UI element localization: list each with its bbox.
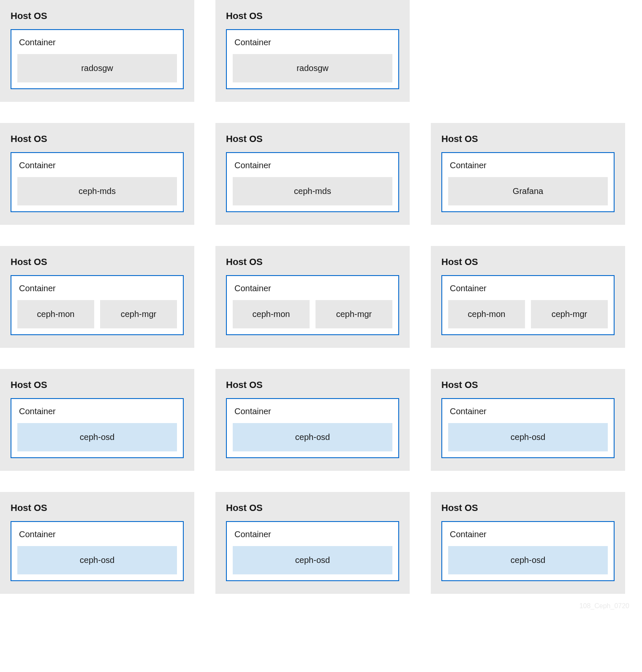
service-box-ceph-osd: ceph-osd: [17, 546, 177, 574]
container-box: Containerceph-osd: [11, 521, 184, 581]
service-row: ceph-mds: [17, 177, 177, 205]
container-title: Container: [450, 161, 608, 170]
container-title: Container: [450, 530, 608, 539]
host-title: Host OS: [441, 380, 615, 391]
diagram-row: Host OSContainerceph-osdHost OSContainer…: [0, 369, 642, 471]
service-row: ceph-osd: [233, 546, 392, 574]
host-box: Host OSContainerceph-osd: [215, 369, 410, 471]
service-box-radosgw: radosgw: [233, 54, 392, 82]
service-row: radosgw: [233, 54, 392, 82]
container-title: Container: [19, 161, 177, 170]
container-title: Container: [234, 161, 392, 170]
service-box-ceph-mon: ceph-mon: [233, 300, 310, 328]
host-title: Host OS: [226, 257, 399, 268]
container-title: Container: [234, 38, 392, 47]
container-title: Container: [19, 530, 177, 539]
host-box: Host OSContainerceph-osd: [215, 492, 410, 594]
container-title: Container: [450, 284, 608, 293]
container-title: Container: [19, 284, 177, 293]
host-title: Host OS: [226, 380, 399, 391]
host-box: Host OSContainerceph-monceph-mgr: [431, 246, 625, 348]
service-box-ceph-mon: ceph-mon: [448, 300, 525, 328]
service-box-ceph-mgr: ceph-mgr: [100, 300, 177, 328]
diagram-row: Host OSContainerradosgwHost OSContainerr…: [0, 0, 642, 102]
host-box: Host OSContainerceph-monceph-mgr: [215, 246, 410, 348]
container-box: Containerceph-mds: [11, 152, 184, 212]
host-title: Host OS: [11, 257, 184, 268]
container-box: Containerceph-osd: [226, 521, 399, 581]
host-title: Host OS: [11, 380, 184, 391]
host-box: Host OSContainerceph-monceph-mgr: [0, 246, 194, 348]
host-box: Host OSContainerradosgw: [0, 0, 194, 102]
service-row: Grafana: [448, 177, 608, 205]
container-box: Containerceph-osd: [226, 398, 399, 458]
service-row: ceph-osd: [448, 423, 608, 451]
service-row: ceph-mds: [233, 177, 392, 205]
container-box: Containerceph-mds: [226, 152, 399, 212]
service-box-ceph-mgr: ceph-mgr: [531, 300, 608, 328]
host-title: Host OS: [441, 257, 615, 268]
container-title: Container: [19, 407, 177, 416]
host-title: Host OS: [11, 503, 184, 514]
service-box-grafana: Grafana: [448, 177, 608, 205]
host-title: Host OS: [11, 134, 184, 145]
service-box-ceph-osd: ceph-osd: [17, 423, 177, 451]
service-box-ceph-mds: ceph-mds: [233, 177, 392, 205]
service-box-ceph-mgr: ceph-mgr: [316, 300, 392, 328]
architecture-diagram: Host OSContainerradosgwHost OSContainerr…: [0, 0, 642, 594]
container-title: Container: [234, 284, 392, 293]
host-box: Host OSContainerGrafana: [431, 123, 625, 225]
host-title: Host OS: [226, 11, 399, 22]
service-row: ceph-osd: [17, 546, 177, 574]
service-row: radosgw: [17, 54, 177, 82]
service-box-ceph-osd: ceph-osd: [448, 546, 608, 574]
service-row: ceph-monceph-mgr: [448, 300, 608, 328]
empty-cell: [431, 0, 625, 102]
host-title: Host OS: [11, 11, 184, 22]
service-row: ceph-monceph-mgr: [233, 300, 392, 328]
container-box: Containerradosgw: [11, 29, 184, 89]
service-box-ceph-osd: ceph-osd: [233, 423, 392, 451]
diagram-row: Host OSContainerceph-monceph-mgrHost OSC…: [0, 246, 642, 348]
container-box: Containerceph-monceph-mgr: [226, 275, 399, 335]
container-title: Container: [19, 38, 177, 47]
service-box-ceph-mds: ceph-mds: [17, 177, 177, 205]
service-row: ceph-osd: [448, 546, 608, 574]
host-box: Host OSContainerceph-osd: [431, 369, 625, 471]
host-box: Host OSContainerceph-mds: [0, 123, 194, 225]
container-box: Containerradosgw: [226, 29, 399, 89]
service-box-ceph-osd: ceph-osd: [448, 423, 608, 451]
host-title: Host OS: [441, 134, 615, 145]
host-title: Host OS: [441, 503, 615, 514]
container-box: Containerceph-osd: [11, 398, 184, 458]
container-title: Container: [234, 530, 392, 539]
service-row: ceph-osd: [233, 423, 392, 451]
service-row: ceph-osd: [17, 423, 177, 451]
host-box: Host OSContainerceph-osd: [431, 492, 625, 594]
service-box-ceph-osd: ceph-osd: [233, 546, 392, 574]
container-box: Containerceph-osd: [441, 521, 615, 581]
container-box: ContainerGrafana: [441, 152, 615, 212]
service-box-ceph-mon: ceph-mon: [17, 300, 94, 328]
footer-label: 108_Ceph_0720: [0, 594, 642, 618]
diagram-row: Host OSContainerceph-mdsHost OSContainer…: [0, 123, 642, 225]
container-box: Containerceph-osd: [441, 398, 615, 458]
container-box: Containerceph-monceph-mgr: [441, 275, 615, 335]
container-box: Containerceph-monceph-mgr: [11, 275, 184, 335]
host-box: Host OSContainerceph-osd: [0, 492, 194, 594]
diagram-row: Host OSContainerceph-osdHost OSContainer…: [0, 492, 642, 594]
container-title: Container: [450, 407, 608, 416]
service-row: ceph-monceph-mgr: [17, 300, 177, 328]
host-box: Host OSContainerceph-mds: [215, 123, 410, 225]
container-title: Container: [234, 407, 392, 416]
host-box: Host OSContainerradosgw: [215, 0, 410, 102]
host-title: Host OS: [226, 503, 399, 514]
host-box: Host OSContainerceph-osd: [0, 369, 194, 471]
service-box-radosgw: radosgw: [17, 54, 177, 82]
host-title: Host OS: [226, 134, 399, 145]
